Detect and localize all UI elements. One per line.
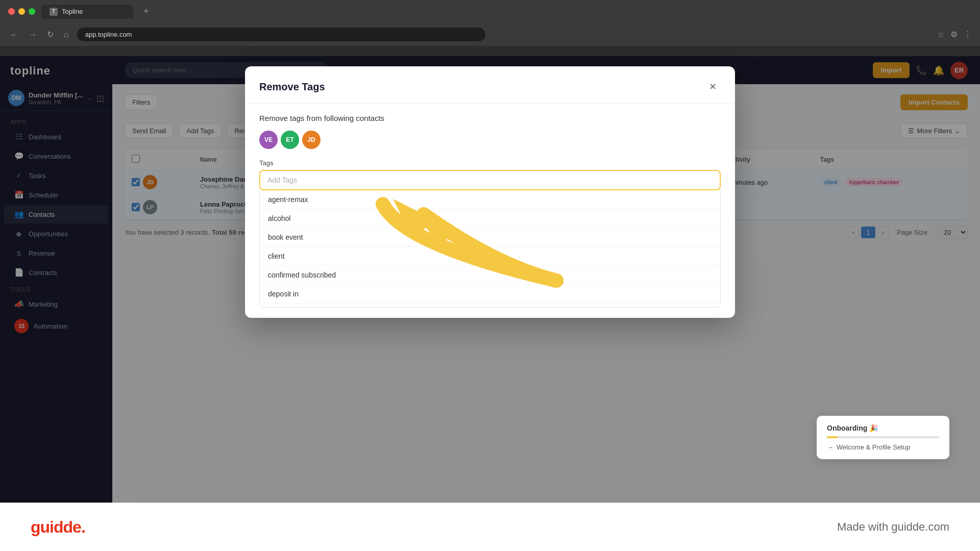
menu-icon[interactable]: ⋮	[964, 30, 972, 39]
guidde-tagline: Made with guidde.com	[837, 520, 949, 534]
browser-tab[interactable]: T Topline	[41, 5, 133, 19]
guidde-footer: guidde. Made with guidde.com	[0, 503, 980, 551]
modal-close-button[interactable]: ✕	[704, 79, 721, 95]
toast-progress-fill	[827, 436, 838, 438]
dropdown-item-client[interactable]: client	[260, 247, 720, 266]
minimize-traffic-light[interactable]	[18, 8, 25, 15]
tag-dropdown: agent-remax alcohol book event client co…	[259, 190, 721, 308]
back-button[interactable]: ←	[8, 28, 20, 41]
modal-subtitle: Remove tags from following contacts	[259, 114, 721, 122]
toast-link-label: Welcome & Profile Setup	[837, 443, 910, 451]
dropdown-item-deposit-in[interactable]: deposit in	[260, 285, 720, 304]
contact-chip-jd: JD	[302, 131, 321, 149]
contact-avatars: VE ET JD	[259, 131, 721, 149]
tab-favicon: T	[50, 8, 58, 16]
tab-label: Topline	[62, 8, 83, 15]
arrow-right-icon: →	[827, 443, 834, 451]
toast-title: Onboarding 🎉	[827, 424, 939, 432]
dropdown-item-agent-remax[interactable]: agent-remax	[260, 190, 720, 209]
tag-input-wrapper	[259, 170, 721, 190]
toast-progress-bar	[827, 436, 939, 438]
new-tab-button[interactable]: +	[143, 6, 149, 17]
address-bar[interactable]	[77, 28, 485, 41]
dropdown-item-confirmed-subscribed[interactable]: confirmed subscribed	[260, 266, 720, 285]
close-traffic-light[interactable]	[8, 8, 15, 15]
onboarding-toast: Onboarding 🎉 → Welcome & Profile Setup	[817, 416, 949, 459]
traffic-lights	[8, 8, 35, 15]
dropdown-item-alcohol[interactable]: alcohol	[260, 209, 720, 228]
tags-label: Tags	[259, 159, 721, 167]
forward-button[interactable]: →	[27, 28, 39, 41]
reload-button[interactable]: ↻	[45, 28, 56, 41]
guidde-logo: guidde.	[31, 518, 85, 537]
modal-title: Remove Tags	[259, 81, 325, 93]
contact-chip-et: ET	[281, 131, 299, 149]
contact-chip-ve: VE	[259, 131, 278, 149]
home-button[interactable]: ⌂	[62, 28, 71, 41]
maximize-traffic-light[interactable]	[29, 8, 35, 15]
dropdown-item-book-event[interactable]: book event	[260, 228, 720, 247]
modal-header: Remove Tags ✕	[245, 66, 735, 104]
bookmark-icon[interactable]: ☆	[937, 30, 944, 39]
extensions-icon[interactable]: ⚙	[950, 30, 958, 39]
tag-input-field[interactable]	[267, 176, 713, 184]
remove-tags-modal: Remove Tags ✕ Remove tags from following…	[245, 66, 735, 318]
modal-body: Remove tags from following contacts VE E…	[245, 104, 735, 318]
toast-link[interactable]: → Welcome & Profile Setup	[827, 443, 939, 451]
dropdown-item-deposit-paid[interactable]: deposit paid	[260, 304, 720, 308]
